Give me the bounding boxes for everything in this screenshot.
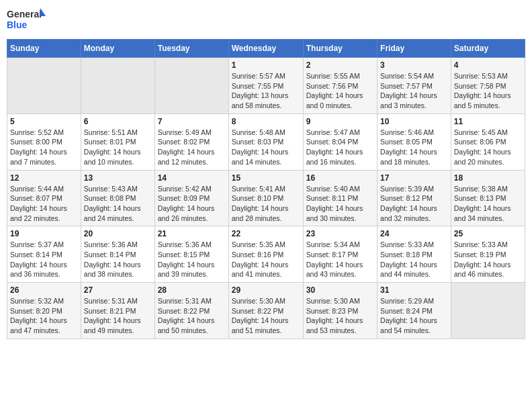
day-info: Sunrise: 5:35 AM [232,240,300,250]
day-number: 14 [158,173,226,183]
page-header: GeneralBlue [7,7,525,34]
day-info: Sunrise: 5:42 AM [158,184,226,194]
day-info: Sunrise: 5:41 AM [232,184,300,194]
calendar-day-cell: 29Sunrise: 5:30 AMSunset: 8:22 PMDayligh… [228,283,303,339]
day-info: Sunrise: 5:39 AM [380,184,448,194]
day-info: Daylight: 14 hours and 24 minutes. [84,203,152,223]
day-info: Sunrise: 5:54 AM [380,71,448,81]
day-info: Sunrise: 5:40 AM [306,184,374,194]
calendar-day-cell: 23Sunrise: 5:34 AMSunset: 8:17 PMDayligh… [303,226,377,283]
calendar-day-cell: 12Sunrise: 5:44 AMSunset: 8:07 PMDayligh… [7,170,81,226]
day-info: Sunrise: 5:34 AM [306,240,374,250]
day-info: Sunset: 8:10 PM [232,193,300,203]
day-info: Sunrise: 5:32 AM [10,296,78,306]
day-info: Sunrise: 5:46 AM [380,128,448,138]
day-info: Sunset: 7:56 PM [306,81,374,91]
day-number: 24 [380,229,448,238]
svg-text:General: General [7,9,42,19]
day-of-week-header: Tuesday [154,40,228,58]
day-info: Daylight: 13 hours and 58 minutes. [232,91,300,110]
day-info: Sunset: 8:08 PM [84,193,152,203]
day-info: Sunrise: 5:31 AM [158,296,226,306]
calendar-day-cell: 14Sunrise: 5:42 AMSunset: 8:09 PMDayligh… [154,170,228,226]
calendar-day-cell: 3Sunrise: 5:54 AMSunset: 7:57 PMDaylight… [378,58,451,114]
calendar-day-cell: 13Sunrise: 5:43 AMSunset: 8:08 PMDayligh… [81,170,154,226]
day-number: 4 [454,60,522,70]
day-info: Sunrise: 5:44 AM [10,184,78,194]
day-info: Daylight: 14 hours and 10 minutes. [84,147,152,167]
calendar-day-cell: 9Sunrise: 5:47 AMSunset: 8:04 PMDaylight… [303,113,377,170]
logo-svg: GeneralBlue [7,7,47,34]
day-number: 19 [10,229,78,238]
day-info: Daylight: 14 hours and 53 minutes. [306,316,374,335]
calendar-day-cell: 17Sunrise: 5:39 AMSunset: 8:12 PMDayligh… [378,170,451,226]
day-info: Sunrise: 5:33 AM [454,240,522,250]
day-number: 6 [84,117,152,126]
day-info: Sunset: 8:20 PM [10,306,78,316]
day-number: 30 [306,285,374,295]
day-number: 3 [380,60,448,70]
day-info: Daylight: 14 hours and 14 minutes. [232,147,300,167]
day-info: Sunrise: 5:57 AM [232,71,300,81]
day-number: 23 [306,229,374,238]
day-of-week-header: Saturday [451,40,525,58]
day-info: Daylight: 14 hours and 16 minutes. [306,147,374,167]
day-number: 9 [306,117,374,126]
day-info: Sunrise: 5:33 AM [380,240,448,250]
day-info: Sunset: 8:12 PM [380,193,448,203]
day-info: Sunset: 7:57 PM [380,81,448,91]
day-number: 12 [10,173,78,183]
day-number: 10 [380,117,448,126]
day-info: Daylight: 14 hours and 47 minutes. [10,316,78,335]
day-info: Sunrise: 5:48 AM [232,128,300,138]
day-info: Sunset: 8:15 PM [158,250,226,260]
day-info: Sunset: 8:09 PM [158,193,226,203]
day-info: Sunset: 8:14 PM [10,250,78,260]
day-info: Sunset: 8:22 PM [232,306,300,316]
day-info: Daylight: 14 hours and 36 minutes. [10,260,78,279]
calendar-table: SundayMondayTuesdayWednesdayThursdayFrid… [7,39,525,339]
calendar-day-cell: 26Sunrise: 5:32 AMSunset: 8:20 PMDayligh… [7,283,81,339]
day-info: Sunrise: 5:51 AM [84,128,152,138]
calendar-day-cell: 5Sunrise: 5:52 AMSunset: 8:00 PMDaylight… [7,113,81,170]
day-info: Sunrise: 5:29 AM [380,296,448,306]
day-info: Sunset: 8:01 PM [84,137,152,147]
day-info: Daylight: 14 hours and 26 minutes. [158,203,226,223]
day-number: 29 [232,285,300,295]
day-info: Daylight: 14 hours and 30 minutes. [306,203,374,223]
day-info: Sunrise: 5:47 AM [306,128,374,138]
day-info: Sunset: 8:00 PM [10,137,78,147]
day-number: 17 [380,173,448,183]
day-info: Sunset: 8:23 PM [306,306,374,316]
day-info: Daylight: 14 hours and 44 minutes. [380,260,448,279]
day-info: Sunset: 8:06 PM [454,137,522,147]
day-of-week-header: Sunday [7,40,81,58]
calendar-day-cell: 24Sunrise: 5:33 AMSunset: 8:18 PMDayligh… [378,226,451,283]
day-info: Daylight: 14 hours and 20 minutes. [454,147,522,167]
calendar-body: 1Sunrise: 5:57 AMSunset: 7:55 PMDaylight… [7,58,525,339]
day-number: 18 [454,173,522,183]
day-info: Sunset: 8:02 PM [158,137,226,147]
calendar-week-row: 1Sunrise: 5:57 AMSunset: 7:55 PMDaylight… [7,58,525,114]
calendar-day-cell: 27Sunrise: 5:31 AMSunset: 8:21 PMDayligh… [81,283,154,339]
day-info: Daylight: 14 hours and 41 minutes. [232,260,300,279]
day-number: 31 [380,285,448,295]
calendar-day-cell: 16Sunrise: 5:40 AMSunset: 8:11 PMDayligh… [303,170,377,226]
day-info: Daylight: 14 hours and 43 minutes. [306,260,374,279]
day-info: Sunrise: 5:37 AM [10,240,78,250]
day-info: Daylight: 14 hours and 54 minutes. [380,316,448,335]
day-number: 27 [84,285,152,295]
day-info: Sunset: 8:05 PM [380,137,448,147]
calendar-week-row: 5Sunrise: 5:52 AMSunset: 8:00 PMDaylight… [7,113,525,170]
day-number: 7 [158,117,226,126]
day-info: Daylight: 14 hours and 18 minutes. [380,147,448,167]
day-info: Sunset: 8:24 PM [380,306,448,316]
day-number: 2 [306,60,374,70]
day-info: Sunset: 8:07 PM [10,193,78,203]
day-info: Daylight: 14 hours and 7 minutes. [10,147,78,167]
calendar-day-cell: 2Sunrise: 5:55 AMSunset: 7:56 PMDaylight… [303,58,377,114]
day-info: Sunset: 8:19 PM [454,250,522,260]
calendar-day-cell: 22Sunrise: 5:35 AMSunset: 8:16 PMDayligh… [228,226,303,283]
day-info: Sunset: 8:11 PM [306,193,374,203]
calendar-day-cell [81,58,154,114]
